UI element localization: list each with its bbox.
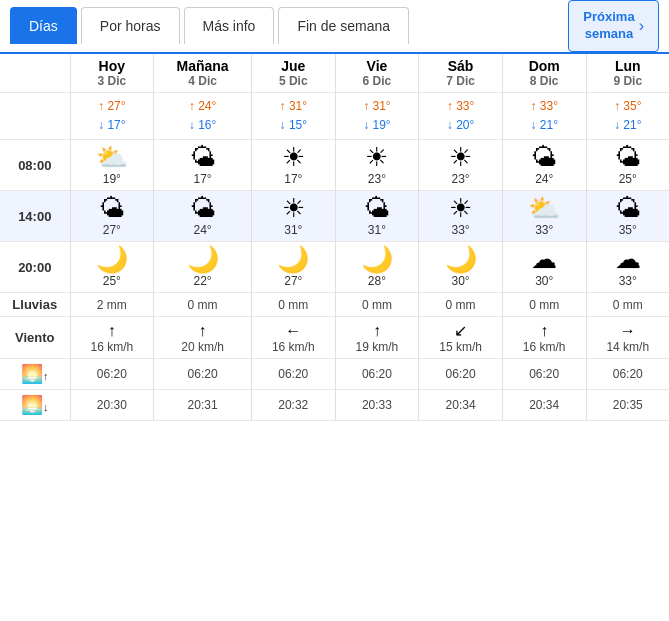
row-0800-cell: ⛅ 19° (70, 140, 154, 191)
sunset-cell: 20:31 (154, 390, 252, 421)
sunrise-cell: 06:20 (502, 359, 586, 390)
lluvia-cell: 0 mm (251, 293, 335, 317)
sunset-label: 🌅↓ (0, 390, 70, 421)
viento-cell: ↑20 km/h (154, 317, 252, 359)
header-row: Hoy3 DicMañana4 DicJue5 DicVie6 DicSáb7 … (0, 54, 669, 93)
temp-range-row: ↑ 27° ↓ 17° ↑ 24° ↓ 16° ↑ 31° ↓ 15° ↑ 31… (0, 92, 669, 139)
viento-cell: ←16 km/h (251, 317, 335, 359)
sunset-cell: 20:34 (502, 390, 586, 421)
row-0800-cell: 🌤 17° (154, 140, 252, 191)
viento-cell: ↙15 km/h (419, 317, 503, 359)
viento-cell: ↑16 km/h (502, 317, 586, 359)
viento-cell: ↑19 km/h (335, 317, 419, 359)
sunset-row: 🌅↓20:3020:3120:3220:3320:3420:3420:35 (0, 390, 669, 421)
lluvia-cell: 0 mm (154, 293, 252, 317)
sunset-cell: 20:33 (335, 390, 419, 421)
row-0800-cell: ☀ 23° (335, 140, 419, 191)
temp-range-cell: ↑ 31° ↓ 15° (251, 92, 335, 139)
sunrise-row: 🌅↑06:2006:2006:2006:2006:2006:2006:20 (0, 359, 669, 390)
day-header-mañana: Mañana4 Dic (154, 54, 252, 93)
row-1400-cell: ☀ 31° (251, 191, 335, 242)
row-1400-cell: ☀ 33° (419, 191, 503, 242)
lluvias-row: Lluvias2 mm0 mm0 mm0 mm0 mm0 mm0 mm (0, 293, 669, 317)
row-2000-cell: ☁ 33° (586, 242, 669, 293)
row-1400-cell: 🌤 31° (335, 191, 419, 242)
row-2000-cell: 🌙 27° (251, 242, 335, 293)
row-2000: 20:00 🌙 25° 🌙 22° 🌙 27° 🌙 28° 🌙 30° ☁ 30… (0, 242, 669, 293)
row-1400-cell: 🌤 35° (586, 191, 669, 242)
lluvia-cell: 2 mm (70, 293, 154, 317)
sunset-cell: 20:30 (70, 390, 154, 421)
sunrise-label: 🌅↑ (0, 359, 70, 390)
sunrise-cell: 06:20 (70, 359, 154, 390)
row-0800-label: 08:00 (0, 140, 70, 191)
lluvias-label: Lluvias (0, 293, 70, 317)
day-header-dom: Dom8 Dic (502, 54, 586, 93)
temp-range-cell: ↑ 31° ↓ 19° (335, 92, 419, 139)
row-2000-cell: ☁ 30° (502, 242, 586, 293)
tab-proxima-semana[interactable]: Próximasemana › (568, 0, 659, 52)
empty-header (0, 54, 70, 93)
tab-mas-info[interactable]: Más info (184, 7, 275, 44)
row-0800-cell: 🌤 24° (502, 140, 586, 191)
lluvia-cell: 0 mm (502, 293, 586, 317)
sunrise-cell: 06:20 (154, 359, 252, 390)
sunrise-cell: 06:20 (251, 359, 335, 390)
row-2000-cell: 🌙 22° (154, 242, 252, 293)
temp-range-cell: ↑ 24° ↓ 16° (154, 92, 252, 139)
viento-cell: →14 km/h (586, 317, 669, 359)
day-header-lun: Lun9 Dic (586, 54, 669, 93)
row-0800-cell: ☀ 17° (251, 140, 335, 191)
row-0800: 08:00 ⛅ 19° 🌤 17° ☀ 17° ☀ 23° ☀ 23° 🌤 24… (0, 140, 669, 191)
row-1400-cell: 🌤 27° (70, 191, 154, 242)
row-2000-cell: 🌙 25° (70, 242, 154, 293)
viento-cell: ↑16 km/h (70, 317, 154, 359)
viento-label: Viento (0, 317, 70, 359)
day-header-hoy: Hoy3 Dic (70, 54, 154, 93)
row-2000-cell: 🌙 30° (419, 242, 503, 293)
tab-fin-de-semana[interactable]: Fin de semana (278, 7, 409, 44)
proxima-label: Próximasemana (583, 9, 634, 43)
proxima-arrow-icon: › (639, 17, 644, 35)
temp-range-cell: ↑ 33° ↓ 20° (419, 92, 503, 139)
tab-por-horas[interactable]: Por horas (81, 7, 180, 44)
row-0800-cell: 🌤 25° (586, 140, 669, 191)
day-header-sáb: Sáb7 Dic (419, 54, 503, 93)
lluvia-cell: 0 mm (335, 293, 419, 317)
temp-range-cell: ↑ 33° ↓ 21° (502, 92, 586, 139)
sunset-cell: 20:34 (419, 390, 503, 421)
weather-grid: Hoy3 DicMañana4 DicJue5 DicVie6 DicSáb7 … (0, 54, 669, 421)
sunrise-cell: 06:20 (586, 359, 669, 390)
sunset-cell: 20:32 (251, 390, 335, 421)
tabs-container: Días Por horas Más info Fin de semana Pr… (0, 0, 669, 54)
row-2000-label: 20:00 (0, 242, 70, 293)
sunrise-cell: 06:20 (419, 359, 503, 390)
row-1400-cell: 🌤 24° (154, 191, 252, 242)
tab-dias[interactable]: Días (10, 7, 77, 44)
row-2000-cell: 🌙 28° (335, 242, 419, 293)
sunrise-cell: 06:20 (335, 359, 419, 390)
lluvia-cell: 0 mm (419, 293, 503, 317)
temp-range-cell: ↑ 35° ↓ 21° (586, 92, 669, 139)
row-0800-cell: ☀ 23° (419, 140, 503, 191)
day-header-vie: Vie6 Dic (335, 54, 419, 93)
lluvia-cell: 0 mm (586, 293, 669, 317)
row-1400-cell: ⛅ 33° (502, 191, 586, 242)
temp-range-label (0, 92, 70, 139)
day-header-jue: Jue5 Dic (251, 54, 335, 93)
row-1400: 14:00 🌤 27° 🌤 24° ☀ 31° 🌤 31° ☀ 33° ⛅ 33… (0, 191, 669, 242)
sunset-cell: 20:35 (586, 390, 669, 421)
viento-row: Viento↑16 km/h↑20 km/h←16 km/h↑19 km/h↙1… (0, 317, 669, 359)
row-1400-label: 14:00 (0, 191, 70, 242)
temp-range-cell: ↑ 27° ↓ 17° (70, 92, 154, 139)
